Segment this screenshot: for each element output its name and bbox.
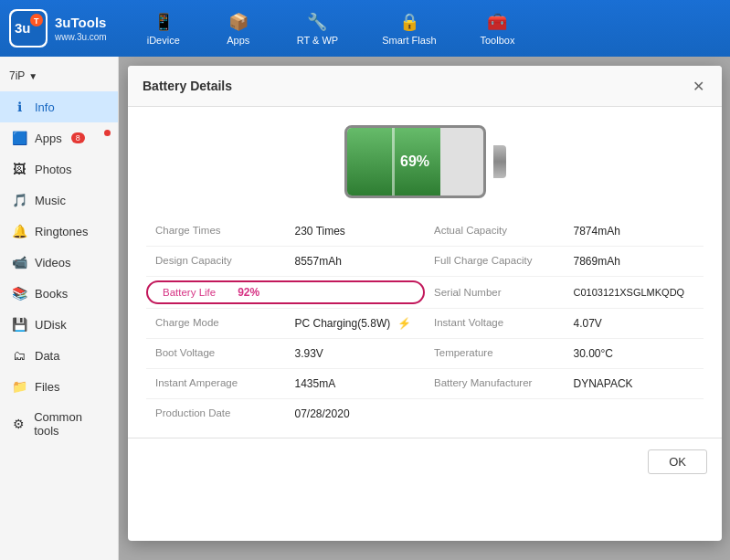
temperature-value: 30.00°C [565,339,704,368]
svg-text:3u: 3u [15,20,31,36]
battery-cap [493,145,506,178]
battery-illustration: 69% [128,107,722,207]
production-date-value: 07/28/2020 [286,399,426,428]
sidebar-item-videos-label: Videos [35,256,71,269]
smart-flash-icon: 🔒 [399,12,419,32]
battery-details-modal: Battery Details ✕ 69% Charge [128,66,722,541]
sidebar-item-common-tools-label: Common tools [34,410,107,438]
chevron-down-icon: ▼ [28,71,37,81]
table-row-battery-life: Battery Life 92% Serial Number C0103121X… [146,277,704,309]
sidebar-item-apps[interactable]: 🟦 Apps 8 [0,122,118,153]
battery-manufacturer-value: DYNAPACK [565,369,704,398]
sidebar-item-photos-label: Photos [35,163,71,176]
boot-voltage-label: Boot Voltage [146,339,286,368]
battery-manufacturer-label: Battery Manufacturer [425,369,565,398]
full-charge-label: Full Charge Capacity [425,247,565,276]
actual-capacity-value: 7874mAh [565,217,704,246]
battery-body: 69% [344,125,486,198]
sidebar-item-books-label: Books [35,287,68,301]
table-row: Charge Mode PC Charging(5.8W) ⚡ Instant … [146,309,704,339]
nav-smart-flash-label: Smart Flash [382,35,436,46]
sidebar-item-ringtones[interactable]: 🔔 Ringtones [0,216,118,247]
music-icon: 🎵 [11,193,27,207]
close-icon[interactable]: ✕ [689,77,707,95]
details-table: Charge Times 230 Times Actual Capacity 7… [146,217,704,428]
ringtones-icon: 🔔 [11,224,27,238]
apps-dot-badge [104,130,111,136]
books-icon: 📚 [11,286,27,301]
content-area: Battery Details ✕ 69% Charge [119,57,730,560]
modal-footer: OK [128,438,722,485]
instant-amperage-label: Instant Amperage [146,369,286,398]
files-icon: 📁 [11,379,27,394]
instant-amperage-value: 1435mA [286,369,426,398]
idevice-icon: 📱 [153,12,174,32]
svg-text:T: T [34,16,39,26]
design-capacity-label: Design Capacity [146,247,286,276]
modal-header: Battery Details ✕ [128,66,722,107]
charge-mode-label: Charge Mode [146,309,286,338]
ok-button[interactable]: OK [648,449,707,474]
nav-toolbox[interactable]: 🧰 Toolbox [459,6,537,51]
battery-life-value: 92% [238,286,259,299]
sidebar-item-data[interactable]: 🗂 Data [0,340,118,371]
sidebar-item-udisk[interactable]: 💾 UDisk [0,309,118,340]
data-icon: 🗂 [11,348,27,363]
toolbox-icon: 🧰 [487,12,507,32]
table-row: Boot Voltage 3.93V Temperature 30.00°C [146,339,704,369]
serial-number-label: Serial Number [425,279,565,306]
sidebar-item-info-label: Info [35,100,55,114]
sidebar-item-common-tools[interactable]: ⚙ Common tools [0,402,118,446]
sidebar-item-videos[interactable]: 📹 Videos [0,247,118,278]
modal-overlay: Battery Details ✕ 69% Charge [119,57,730,560]
table-row: Charge Times 230 Times Actual Capacity 7… [146,217,704,247]
nav-idevice[interactable]: 📱 iDevice [125,6,202,51]
serial-number-value: C0103121XSGLMKQDQ [565,279,704,306]
nav-smart-flash[interactable]: 🔒 Smart Flash [360,6,458,51]
modal-title: Battery Details [143,79,232,93]
main-layout: 7iP ▼ ℹ Info 🟦 Apps 8 🖼 Photos 🎵 Music 🔔… [0,57,730,560]
common-tools-icon: ⚙ [11,417,26,431]
logo: 3u T 3uTools www.3u.com [9,9,107,48]
rtwp-icon: 🔧 [307,12,327,32]
production-date-label: Production Date [146,399,286,428]
battery-divider [392,128,395,195]
sidebar-item-udisk-label: UDisk [35,318,67,332]
device-name: 7iP [9,69,25,82]
instant-voltage-label: Instant Voltage [425,309,565,338]
sidebar-item-books[interactable]: 📚 Books [0,278,118,309]
sidebar-item-photos[interactable]: 🖼 Photos [0,153,118,185]
lightning-icon: ⚡ [397,317,411,330]
table-row: Design Capacity 8557mAh Full Charge Capa… [146,247,704,277]
charge-times-label: Charge Times [146,217,286,246]
device-header[interactable]: 7iP ▼ [0,64,118,91]
sidebar-item-files-label: Files [35,380,59,394]
videos-icon: 📹 [11,255,27,269]
sidebar-item-info[interactable]: ℹ Info [0,91,118,122]
photos-icon: 🖼 [11,162,27,176]
sidebar-item-ringtones-label: Ringtones [35,225,89,238]
nav-apps[interactable]: 📦 Apps [202,6,275,51]
nav-rtwp[interactable]: 🔧 RT & WP [275,6,360,51]
sidebar-item-music[interactable]: 🎵 Music [0,185,118,216]
info-icon: ℹ [11,100,27,114]
battery-life-label: Battery Life [163,287,216,298]
charge-times-value: 230 Times [286,217,426,246]
toolbar: 3u T 3uTools www.3u.com 📱 iDevice 📦 Apps… [0,0,730,57]
udisk-icon: 💾 [11,317,27,332]
toolbar-nav: 📱 iDevice 📦 Apps 🔧 RT & WP 🔒 Smart Flash… [125,6,537,51]
charge-mode-value: PC Charging(5.8W) ⚡ [286,309,426,338]
sidebar-item-data-label: Data [35,349,59,363]
sidebar-item-apps-label: Apps [35,132,62,145]
table-row: Production Date 07/28/2020 [146,399,704,428]
boot-voltage-value: 3.93V [286,339,426,368]
sidebar-item-files[interactable]: 📁 Files [0,371,118,402]
temperature-label: Temperature [425,339,565,368]
logo-icon: 3u T [9,9,48,48]
sidebar: 7iP ▼ ℹ Info 🟦 Apps 8 🖼 Photos 🎵 Music 🔔… [0,57,119,560]
logo-text: 3uTools www.3u.com [55,14,107,44]
battery-percent: 69% [400,153,429,170]
actual-capacity-label: Actual Capacity [425,217,565,246]
apps-sidebar-icon: 🟦 [11,131,27,145]
nav-apps-label: Apps [227,35,249,46]
